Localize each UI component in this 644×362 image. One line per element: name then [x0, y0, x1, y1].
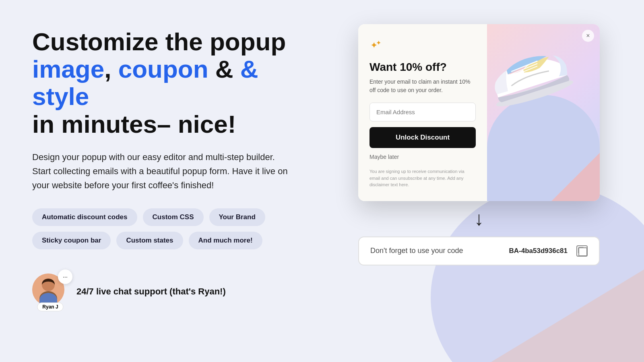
chat-dots: ···	[63, 274, 68, 280]
maybe-later-link[interactable]: Maybe later	[369, 154, 476, 160]
support-text-bold: (that's Ryan!)	[169, 286, 226, 296]
coupon-bar-text: Don't forget to use your code	[370, 247, 463, 255]
coupon-right: BA-4ba53d936c81	[509, 245, 588, 257]
popup-subtitle: Enter your email to claim an instant 10%…	[369, 78, 476, 95]
right-section: ✦ ✦ Want 10% off? Enter your email to cl…	[314, 0, 644, 362]
star-icon: ✦ ✦	[369, 37, 476, 54]
badge-brand: Your Brand	[209, 208, 265, 226]
badges-container: Automatic discount codes Custom CSS Your…	[32, 208, 290, 249]
support-text: 24/7 live chat support (that's Ryan!)	[76, 286, 226, 297]
popup-title: Want 10% off?	[369, 61, 476, 74]
popup-disclaimer: You are signing up to receive communicat…	[369, 168, 476, 188]
arrow-down-icon: ↓	[474, 209, 484, 228]
heading-comma: ,	[104, 55, 111, 83]
svg-text:✦: ✦	[376, 39, 381, 46]
copy-icon[interactable]	[576, 245, 588, 257]
heading-coupon: coupon	[118, 55, 208, 83]
badge-states: Custom states	[116, 232, 183, 249]
heading-line1: Customize the popup	[32, 28, 286, 56]
popup-left-panel: ✦ ✦ Want 10% off? Enter your email to cl…	[358, 24, 487, 201]
unlock-discount-button[interactable]: Unlock Discount	[369, 127, 476, 148]
avatar-wrapper: ··· Ryan J	[32, 274, 68, 310]
popup-modal: ✦ ✦ Want 10% off? Enter your email to cl…	[358, 24, 600, 201]
email-input[interactable]	[369, 103, 476, 121]
heading-line3: in minutes– nice!	[32, 110, 236, 138]
copy-svg-icon	[578, 247, 586, 255]
svg-marker-7	[551, 153, 600, 201]
badge-css: Custom CSS	[143, 208, 204, 226]
support-row: ··· Ryan J 24/7 live chat support (that'…	[32, 274, 290, 310]
badge-more: And much more!	[189, 232, 262, 249]
avatar-label: Ryan J	[37, 302, 63, 311]
badge-sticky: Sticky coupon bar	[32, 232, 111, 249]
svg-rect-13	[578, 247, 584, 253]
pink-triangle	[551, 153, 600, 201]
close-button[interactable]: ×	[582, 30, 594, 42]
heading-amp: &	[215, 55, 240, 83]
popup-image-panel: ×	[487, 24, 600, 201]
main-heading: Customize the popup image, coupon & & st…	[32, 28, 290, 138]
left-section: Customize the popup image, coupon & & st…	[0, 0, 314, 362]
chat-bubble-icon: ···	[58, 269, 72, 284]
badge-discount: Automatic discount codes	[32, 208, 137, 226]
heading-image: image	[32, 55, 104, 83]
svg-rect-12	[580, 249, 585, 255]
subtitle-text: Design your popup with our easy editor a…	[32, 150, 290, 193]
coupon-code: BA-4ba53d936c81	[509, 247, 568, 255]
coupon-bar: Don't forget to use your code BA-4ba53d9…	[358, 237, 600, 265]
support-text-normal: 24/7 live chat support	[76, 286, 169, 296]
